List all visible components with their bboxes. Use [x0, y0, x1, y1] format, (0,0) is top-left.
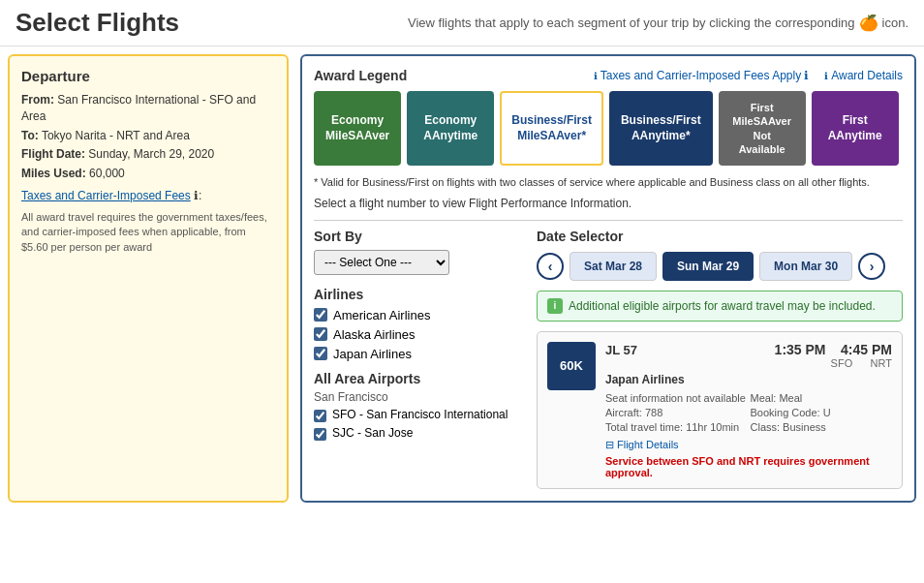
- miles-label: Miles Used:: [21, 167, 86, 180]
- info-icon-1: ℹ: [594, 71, 598, 81]
- main-content: Departure From: San Francisco Internatio…: [0, 46, 924, 510]
- award-legend-header: Award Legend ℹ Taxes and Carrier-Imposed…: [314, 68, 903, 83]
- airline-alaska-label: Alaska Airlines: [333, 327, 416, 342]
- fees-link[interactable]: Taxes and Carrier-Imposed Fees: [21, 189, 191, 202]
- first-aanytime-btn[interactable]: FirstAAnytime: [812, 91, 899, 166]
- bottom-area: Sort By --- Select One --- Airlines Amer…: [314, 229, 903, 489]
- date-next-btn[interactable]: ›: [858, 253, 885, 280]
- airline-american-label: American Airlines: [333, 308, 430, 322]
- award-select-note: Select a flight number to view Flight Pe…: [314, 197, 903, 210]
- flight-details-link[interactable]: ⊟ Flight Details: [605, 439, 892, 451]
- flight-info: JL 57 1:35 PM 4:45 PM SFO: [605, 342, 892, 478]
- header-description: View flights that apply to each segment …: [408, 14, 909, 32]
- date-sat-btn[interactable]: Sat Mar 28: [570, 252, 657, 281]
- depart-airport: SFO: [831, 357, 853, 369]
- airport-sjc-checkbox[interactable]: [314, 428, 326, 441]
- airport-sfo: SFO - San Francisco International: [314, 408, 525, 422]
- flight-warning: Service between SFO and NRT requires gov…: [605, 455, 892, 478]
- eligible-notice: i Additional eligible airports for award…: [537, 291, 903, 322]
- airline-alaska-checkbox[interactable]: [314, 327, 327, 341]
- fees-icon: ℹ: [194, 189, 199, 202]
- flight-number[interactable]: JL 57: [605, 343, 637, 357]
- sort-select[interactable]: --- Select One ---: [314, 250, 449, 275]
- award-legend-title: Award Legend: [314, 68, 407, 83]
- award-details-link[interactable]: ℹ Award Details: [824, 69, 903, 82]
- airport-sfo-checkbox[interactable]: [314, 410, 326, 422]
- airline-japan-checkbox[interactable]: [314, 347, 327, 360]
- to-label: To:: [21, 129, 39, 142]
- fees-apply-link[interactable]: ℹ Taxes and Carrier-Imposed Fees Apply ℹ: [594, 69, 809, 82]
- miles-badge[interactable]: 60K: [547, 342, 596, 390]
- minus-icon: ⊟: [605, 439, 614, 451]
- sort-by-title: Sort By: [314, 229, 525, 244]
- airline-japan-label: Japan Airlines: [333, 347, 412, 361]
- miles-row: Miles Used: 60,000: [21, 166, 275, 182]
- travel-time: Total travel time: 11hr 10min: [605, 421, 748, 433]
- seat-info: Seat information not available: [605, 392, 748, 404]
- divider: [314, 220, 903, 221]
- airline-american-checkbox[interactable]: [314, 308, 327, 322]
- flight-card: 60K JL 57 1:35 PM 4:45 PM: [537, 331, 903, 489]
- airlines-title: Airlines: [314, 287, 525, 302]
- flight-details-link-text: Flight Details: [617, 439, 679, 450]
- airline-alaska: Alaska Airlines: [314, 327, 525, 342]
- date-prev-btn[interactable]: ‹: [537, 253, 564, 280]
- depart-time: 1:35 PM: [775, 342, 826, 357]
- to-value: Tokyo Narita - NRT and Area: [42, 129, 190, 142]
- date-selector: ‹ Sat Mar 28 Sun Mar 29 Mon Mar 30 ›: [537, 252, 903, 281]
- airport-sfo-label: SFO - San Francisco International: [332, 408, 508, 421]
- booking-code: Booking Code: U: [751, 407, 893, 418]
- arrive-time: 4:45 PM: [841, 342, 892, 357]
- all-area-airports-title: All Area Airports: [314, 371, 525, 386]
- airport-sjc: SJC - San Jose: [314, 426, 525, 441]
- date-mon-btn[interactable]: Mon Mar 30: [759, 252, 852, 281]
- filter-panel: Sort By --- Select One --- Airlines Amer…: [314, 229, 537, 489]
- flight-times: 1:35 PM 4:45 PM: [775, 342, 892, 357]
- airline-american: American Airlines: [314, 308, 525, 322]
- economy-aanytime-btn[interactable]: EconomyAAnytime: [407, 91, 494, 166]
- eligible-info-icon: i: [547, 298, 563, 314]
- flight-header: JL 57 1:35 PM 4:45 PM SFO: [605, 342, 892, 369]
- award-buttons: EconomyMileSAAver EconomyAAnytime Busine…: [314, 91, 903, 166]
- header-desc-text: View flights that apply to each segment …: [408, 15, 855, 30]
- to-row: To: Tokyo Narita - NRT and Area: [21, 128, 275, 144]
- info-icon-1b: ℹ: [804, 69, 809, 82]
- flight-details-grid: Seat information not available Meal: Mea…: [605, 392, 892, 433]
- business-first-milesaaver-btn[interactable]: Business/FirstMileSAAver*: [500, 91, 603, 166]
- economy-milesaaver-btn[interactable]: EconomyMileSAAver: [314, 91, 401, 166]
- flight-date-row: Flight Date: Sunday, March 29, 2020: [21, 146, 275, 163]
- airport-codes: SFO NRT: [775, 357, 892, 369]
- miles-value: 60,000: [89, 167, 125, 180]
- from-label: From:: [21, 93, 54, 107]
- info-icon-2: ℹ: [824, 71, 828, 81]
- award-legend-links: ℹ Taxes and Carrier-Imposed Fees Apply ℹ…: [594, 69, 903, 82]
- departure-info-panel: Departure From: San Francisco Internatio…: [8, 54, 289, 503]
- eligible-notice-text: Additional eligible airports for award t…: [569, 299, 876, 313]
- date-selector-title: Date Selector: [537, 229, 903, 244]
- flight-date-value: Sunday, March 29, 2020: [88, 147, 214, 161]
- class-info: Class: Business: [751, 421, 893, 433]
- page-header: Select Flights View flights that apply t…: [0, 0, 924, 46]
- flight-date-label: Flight Date:: [21, 147, 85, 161]
- business-first-aanytime-btn[interactable]: Business/FirstAAnytime*: [609, 91, 713, 166]
- fees-row: Taxes and Carrier-Imposed Fees ℹ:: [21, 188, 275, 204]
- airline-name: Japan Airlines: [605, 373, 892, 386]
- flights-panel: Date Selector ‹ Sat Mar 28 Sun Mar 29 Mo…: [537, 229, 903, 489]
- aircraft-info: Aircraft: 788: [605, 407, 748, 418]
- from-value: San Francisco International - SFO and Ar…: [21, 93, 256, 123]
- right-panel: Award Legend ℹ Taxes and Carrier-Imposed…: [300, 54, 916, 503]
- flight-card-top: 60K JL 57 1:35 PM 4:45 PM: [547, 342, 892, 478]
- meal-info: Meal: Meal: [751, 392, 893, 404]
- airline-japan: Japan Airlines: [314, 347, 525, 361]
- arrive-airport: NRT: [871, 357, 892, 369]
- area-sub: San Francisco: [314, 390, 525, 404]
- orange-icon: 🍊: [859, 14, 878, 32]
- from-row: From: San Francisco International - SFO …: [21, 92, 275, 125]
- first-milesaaver-na-btn[interactable]: FirstMileSAAverNotAvailable: [719, 91, 806, 166]
- date-sun-btn[interactable]: Sun Mar 29: [662, 252, 754, 281]
- award-note: * Valid for Business/First on flights wi…: [314, 175, 903, 190]
- header-icon-suffix: icon.: [882, 15, 909, 30]
- flight-time-block: 1:35 PM 4:45 PM SFO NRT: [775, 342, 892, 369]
- fees-note: All award travel requires the government…: [21, 210, 275, 255]
- departure-title: Departure: [21, 68, 275, 84]
